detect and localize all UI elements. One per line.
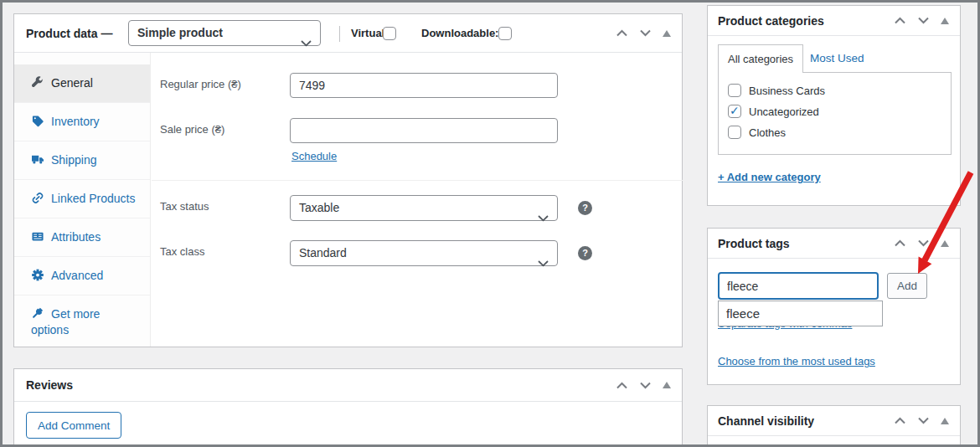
category-item: Business Cards	[728, 84, 951, 97]
downloadable-checkbox[interactable]	[498, 27, 512, 40]
tab-label: Advanced	[51, 269, 103, 282]
help-icon[interactable]: ?	[578, 201, 592, 215]
product-categories-panel: Product categories All categories Most U…	[707, 5, 961, 206]
product-data-panel: Product data — Simple product Virtual: D…	[13, 13, 683, 347]
product-categories-header: Product categories	[708, 6, 960, 36]
tab-inventory[interactable]: Inventory	[14, 103, 150, 141]
chevron-down-icon	[538, 251, 549, 275]
chevron-down-icon	[301, 31, 312, 55]
regular-price-input[interactable]	[290, 73, 558, 98]
sale-price-label: Sale price (₴)	[160, 123, 224, 136]
tag-suggestion-item[interactable]: fleece	[718, 301, 883, 326]
tab-advanced[interactable]: Advanced	[14, 257, 150, 295]
panel-title: Product categories	[718, 14, 824, 28]
move-up-icon[interactable]	[616, 29, 628, 37]
product-tags-panel: Product tags Add Separate tags with comm…	[707, 228, 961, 385]
add-comment-button[interactable]: Add Comment	[26, 412, 121, 439]
tax-status-value: Taxable	[299, 201, 339, 214]
category-item: Clothes	[728, 126, 951, 139]
tab-all-categories[interactable]: All categories	[718, 44, 803, 73]
product-data-header: Product data — Simple product Virtual: D…	[14, 14, 682, 53]
regular-price-label: Regular price (₴)	[160, 78, 241, 90]
move-up-icon[interactable]	[894, 417, 906, 424]
section-divider	[152, 180, 683, 181]
chevron-down-icon	[538, 206, 549, 230]
tab-label: Shipping	[51, 153, 97, 167]
category-checkbox[interactable]	[728, 84, 741, 97]
tab-label: Attributes	[51, 230, 101, 244]
reviews-header: Reviews	[14, 369, 682, 402]
tab-general[interactable]: General	[14, 64, 150, 103]
panel-title: Product tags	[718, 237, 790, 250]
virtual-checkbox[interactable]	[383, 27, 396, 40]
tax-class-select[interactable]: Standard	[290, 240, 558, 266]
categories-list: Business Cards Uncategorized Clothes	[718, 72, 952, 155]
wrench-icon	[31, 76, 44, 89]
help-icon[interactable]: ?	[578, 246, 592, 260]
move-up-icon[interactable]	[894, 239, 906, 247]
tax-class-value: Standard	[299, 246, 347, 259]
channel-visibility-header: Channel visibility	[708, 406, 960, 436]
move-down-icon[interactable]	[917, 17, 930, 24]
add-tag-button[interactable]: Add	[887, 273, 927, 299]
move-down-icon[interactable]	[639, 29, 652, 37]
product-data-tabs: General Inventory Shipping Linked Produc…	[14, 53, 151, 347]
collapse-toggle-icon[interactable]	[941, 418, 949, 424]
tax-status-label: Tax status	[160, 200, 209, 213]
product-type-value: Simple product	[137, 26, 223, 39]
tab-get-more-options[interactable]: Get more options	[14, 295, 150, 350]
category-item: Uncategorized	[728, 105, 951, 118]
tab-linked-products[interactable]: Linked Products	[14, 180, 150, 218]
collapse-toggle-icon[interactable]	[663, 30, 671, 37]
sale-price-input[interactable]	[290, 118, 558, 143]
downloadable-label: Downloadable:	[421, 14, 498, 53]
tab-label: General	[51, 76, 93, 90]
schedule-link[interactable]: Schedule	[291, 150, 337, 162]
panel-title: Reviews	[26, 378, 73, 392]
card-icon	[31, 230, 44, 243]
panel-title: Product data —	[26, 27, 112, 40]
tab-label: Linked Products	[51, 192, 135, 205]
move-down-icon[interactable]	[639, 382, 652, 389]
move-up-icon[interactable]	[616, 382, 628, 389]
collapse-toggle-icon[interactable]	[663, 382, 671, 388]
gear-icon	[31, 269, 44, 281]
move-up-icon[interactable]	[894, 17, 906, 24]
divider	[339, 26, 340, 42]
move-down-icon[interactable]	[917, 417, 930, 424]
tax-status-select[interactable]: Taxable	[290, 195, 558, 221]
tag-icon	[31, 115, 44, 127]
move-down-icon[interactable]	[917, 239, 930, 247]
plug-icon	[31, 307, 44, 320]
tag-input[interactable]	[718, 272, 879, 300]
reviews-panel: Reviews Add Comment	[13, 368, 683, 447]
product-tags-header: Product tags	[708, 229, 960, 259]
category-label: Business Cards	[749, 85, 825, 97]
category-label: Clothes	[749, 126, 786, 139]
tab-attributes[interactable]: Attributes	[14, 218, 150, 257]
collapse-toggle-icon[interactable]	[941, 18, 949, 24]
channel-visibility-panel: Channel visibility	[707, 405, 961, 447]
choose-most-used-tags-link[interactable]: Choose from the most used tags	[718, 355, 875, 367]
product-type-select[interactable]: Simple product	[128, 20, 321, 46]
tab-most-used[interactable]: Most Used	[810, 52, 864, 64]
tab-shipping[interactable]: Shipping	[14, 141, 150, 180]
category-label: Uncategorized	[749, 105, 819, 118]
tax-class-label: Tax class	[160, 245, 204, 258]
tab-label: Inventory	[51, 115, 100, 128]
truck-icon	[31, 153, 44, 166]
panel-title: Channel visibility	[718, 414, 814, 428]
category-checkbox[interactable]	[728, 105, 741, 118]
add-new-category-link[interactable]: + Add new category	[718, 171, 821, 183]
link-icon	[31, 192, 44, 204]
collapse-toggle-icon[interactable]	[941, 240, 949, 247]
category-checkbox[interactable]	[728, 126, 741, 139]
